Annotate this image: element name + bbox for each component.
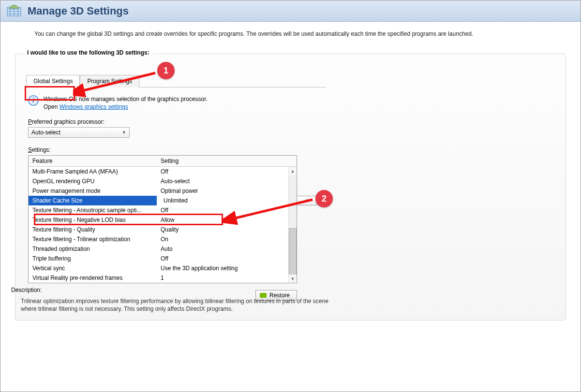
feature-cell: Texture filtering - Quality (29, 226, 157, 233)
feature-cell: Texture filtering - Negative LOD bias (29, 217, 157, 223)
description-block: Description: Trilinear optimization impr… (11, 287, 570, 313)
settings-groupbox: I would like to use the following 3D set… (15, 54, 566, 320)
settings-row[interactable]: Vertical syncUse the 3D application sett… (29, 263, 297, 273)
tab-global-settings[interactable]: Global Settings (26, 75, 80, 87)
setting-cell[interactable]: Off (157, 168, 297, 175)
feature-cell: Threaded optimization (29, 246, 157, 252)
column-feature: Feature (29, 156, 157, 166)
setting-cell[interactable]: Optimal power (157, 188, 297, 194)
tab-program-settings[interactable]: Program Settings (80, 75, 139, 87)
manage-3d-settings-window: Manage 3D Settings You can change the gl… (0, 0, 581, 392)
settings-row[interactable]: Power management modeOptimal power (29, 186, 297, 196)
settings-row[interactable]: Virtual Reality pre-rendered frames1 (29, 273, 297, 283)
content-area: You can change the global 3D settings an… (0, 22, 581, 320)
feature-cell: Texture filtering - Anisotropic sample o… (29, 207, 157, 214)
setting-value-dropdown[interactable]: Unlimited (161, 196, 293, 205)
setting-cell[interactable]: Off (157, 207, 297, 214)
annotation-badge-1: 1 (157, 62, 175, 79)
page-title: Manage 3D Settings (28, 5, 129, 17)
info-text: Windows OS now manages selection of the … (44, 95, 208, 111)
info-row: i Windows OS now manages selection of th… (28, 95, 324, 111)
description-text: Trilinear optimization improves texture … (11, 297, 340, 313)
setting-cell[interactable]: Use the 3D application setting (157, 265, 297, 272)
app-logo-icon (5, 2, 23, 20)
settings-body: Multi-Frame Sampled AA (MFAA)OffOpenGL r… (29, 167, 297, 283)
settings-row[interactable]: Texture filtering - QualityQuality (29, 225, 297, 234)
scroll-down-arrow-icon[interactable]: ▼ (289, 275, 297, 283)
info-icon: i (28, 95, 39, 106)
feature-cell: Vertical sync (29, 265, 157, 272)
setting-cell[interactable]: Allow (157, 217, 297, 223)
settings-row[interactable]: OpenGL rendering GPUAuto-select (29, 176, 297, 186)
setting-cell[interactable]: Off (157, 255, 297, 262)
settings-section: Settings: Feature Setting Multi-Frame Sa… (28, 146, 324, 301)
info-line2-prefix: Open (44, 103, 60, 110)
titlebar: Manage 3D Settings (0, 0, 581, 22)
scroll-up-arrow-icon[interactable]: ▲ (289, 167, 297, 175)
settings-row[interactable]: Multi-Frame Sampled AA (MFAA)Off (29, 167, 297, 176)
tabs-bar: Global Settings Program Settings (26, 74, 326, 87)
setting-cell[interactable]: Auto (157, 246, 297, 252)
settings-row[interactable]: Threaded optimizationAuto (29, 244, 297, 254)
setting-cell[interactable]: 1 (157, 275, 297, 281)
setting-cell[interactable]: Auto-select (157, 178, 297, 185)
feature-cell: Texture filtering - Trilinear optimizati… (29, 236, 157, 243)
settings-header: Feature Setting (29, 156, 297, 167)
tabpanel-global: i Windows OS now manages selection of th… (26, 87, 326, 308)
intro-text: You can change the global 3D settings an… (15, 28, 566, 44)
feature-cell: Power management mode (29, 188, 157, 194)
info-line1: Windows OS now manages selection of the … (44, 96, 208, 102)
setting-cell[interactable]: Quality (157, 226, 297, 233)
settings-row[interactable]: Texture filtering - Negative LOD biasAll… (29, 215, 297, 225)
svg-marker-7 (9, 5, 19, 8)
settings-row[interactable]: Shader Cache SizeUnlimited (29, 196, 297, 205)
setting-cell[interactable]: On (157, 236, 297, 243)
setting-cell[interactable]: Unlimited (157, 196, 297, 205)
description-title: Description: (11, 287, 570, 293)
settings-row[interactable]: Texture filtering - Anisotropic sample o… (29, 205, 297, 215)
settings-label: Settings: (28, 146, 324, 153)
feature-cell: Shader Cache Size (29, 197, 157, 204)
feature-cell: Triple buffering (29, 255, 157, 262)
feature-cell: Multi-Frame Sampled AA (MFAA) (29, 168, 157, 175)
settings-row[interactable]: Texture filtering - Trilinear optimizati… (29, 234, 297, 244)
settings-listbox[interactable]: Feature Setting Multi-Frame Sampled AA (… (28, 155, 297, 283)
preferred-processor-label: Preferred graphics processor: (28, 118, 324, 125)
windows-graphics-settings-link[interactable]: Windows graphics settings (60, 103, 128, 110)
chevron-down-icon: ▼ (122, 130, 126, 135)
preferred-processor-value: Auto-select (31, 129, 60, 136)
groupbox-legend: I would like to use the following 3D set… (24, 49, 152, 56)
scroll-thumb[interactable] (289, 228, 297, 281)
annotation-badge-2: 2 (315, 190, 333, 207)
feature-cell: OpenGL rendering GPU (29, 178, 157, 185)
scrollbar[interactable]: ▲ ▼ (288, 167, 297, 283)
feature-cell: Virtual Reality pre-rendered frames (29, 275, 157, 281)
column-setting: Setting (157, 156, 297, 166)
setting-value-dropdown-handle[interactable]: ▼ (297, 196, 317, 205)
preferred-processor-select[interactable]: Auto-select ▼ (28, 127, 130, 138)
settings-row[interactable]: Triple bufferingOff (29, 254, 297, 263)
